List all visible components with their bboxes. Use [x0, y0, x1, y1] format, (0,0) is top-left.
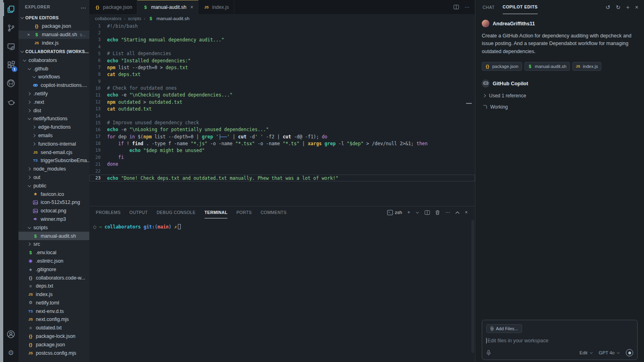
- panel-more-icon[interactable]: ⋯: [445, 210, 450, 215]
- activity-extensions-button[interactable]: 1: [3, 56, 19, 74]
- tree-item-netlify.toml[interactable]: ⚙netlify.toml: [19, 299, 89, 307]
- open-editor-manual-audit.sh[interactable]: × $manual-audit.sh s...: [19, 31, 89, 39]
- workspace-section-header[interactable]: COLLABORATORS (WORKS...: [19, 47, 89, 56]
- tree-item-.netlify[interactable]: .netlify: [19, 90, 89, 98]
- split-editor-icon[interactable]: [454, 5, 459, 9]
- copilot-tab-copilot-edits[interactable]: COPILOT EDITS: [503, 0, 538, 14]
- tree-item-edge-functions[interactable]: edge-functions: [19, 123, 89, 132]
- tree-item-.gitignore[interactable]: ◆.gitignore: [19, 265, 89, 274]
- split-terminal-icon[interactable]: [425, 210, 430, 215]
- tree-item-package.json[interactable]: {}package.json: [19, 340, 89, 349]
- chat-input-box[interactable]: Add Files... Edit files in your workspac…: [482, 320, 638, 360]
- redo-icon[interactable]: ↻: [616, 4, 621, 10]
- add-files-button[interactable]: Add Files...: [486, 324, 522, 333]
- tree-item-next.config.mjs[interactable]: JSnext.config.mjs: [19, 315, 89, 324]
- close-panel-icon[interactable]: ×: [465, 210, 468, 215]
- kill-terminal-icon[interactable]: [435, 210, 440, 215]
- file-chip-index.js[interactable]: JSindex.js: [572, 62, 601, 71]
- tree-item-.env.local[interactable]: $.env.local: [19, 249, 89, 257]
- undo-icon[interactable]: ↺: [605, 4, 610, 10]
- tab-package.json[interactable]: {}package.json: [89, 0, 137, 14]
- panel-tab-problems[interactable]: PROBLEMS: [96, 206, 121, 218]
- tree-item-octocat.png[interactable]: octocat.png: [19, 207, 89, 215]
- mode-dropdown[interactable]: Edit: [580, 350, 593, 355]
- breadcrumb-item[interactable]: manual-audit.sh: [157, 16, 190, 21]
- panel-tab-comments[interactable]: COMMENTS: [260, 206, 286, 218]
- text-cursor: [486, 338, 487, 343]
- tab-index.js[interactable]: JSindex.js: [198, 0, 234, 14]
- panel-tab-debug-console[interactable]: DEBUG CONSOLE: [157, 206, 196, 218]
- tree-item-src[interactable]: src: [19, 240, 89, 249]
- new-terminal-icon[interactable]: +: [407, 210, 410, 215]
- tree-item-index.js[interactable]: JSindex.js: [19, 290, 89, 299]
- send-button[interactable]: [626, 349, 633, 356]
- tree-item-next-env.d.ts[interactable]: TSnext-env.d.ts: [19, 307, 89, 315]
- chevron-right-icon: [27, 109, 31, 113]
- tree-item-netlify-functions[interactable]: netlify/functions: [19, 115, 89, 123]
- tree-item-scripts[interactable]: scripts: [19, 223, 89, 232]
- open-editor-index.js[interactable]: JSindex.js: [19, 39, 89, 47]
- tree-item-outdated.txt[interactable]: ≡outdated.txt: [19, 324, 89, 332]
- tree-item-.github[interactable]: .github: [19, 64, 89, 73]
- tree-item-favicon.ico[interactable]: ★favicon.ico: [19, 190, 89, 198]
- model-dropdown[interactable]: GPT 4o: [599, 350, 620, 355]
- panel-tab-ports[interactable]: PORTS: [236, 206, 252, 218]
- microphone-icon[interactable]: [486, 350, 491, 356]
- sidebar-more-icon[interactable]: ...: [81, 4, 86, 10]
- chevron-down-icon[interactable]: [415, 211, 419, 214]
- tree-item-winner.mp3[interactable]: winner.mp3: [19, 215, 89, 224]
- tree-item-.next[interactable]: .next: [19, 98, 89, 106]
- breadcrumb-item[interactable]: scripts: [128, 16, 141, 21]
- tree-item-icon-512x512.png[interactable]: icon-512x512.png: [19, 198, 89, 207]
- tree-item-out[interactable]: out: [19, 173, 89, 182]
- tree-item-collaborators.code-w...[interactable]: {}collaborators.code-w...: [19, 274, 89, 282]
- terminal-shell-picker[interactable]: >_zsh: [387, 210, 402, 215]
- tree-item-postcss.config.mjs[interactable]: JSpostcss.config.mjs: [19, 349, 89, 357]
- file-chip-package.json[interactable]: {}package.json: [482, 62, 522, 71]
- tree-item-node-modules[interactable]: node_modules: [19, 165, 89, 173]
- tree-item-.eslintrc.json[interactable]: ◉.eslintrc.json: [19, 257, 89, 265]
- maximize-panel-icon[interactable]: [455, 211, 460, 214]
- tree-item-copilot-instructions....[interactable]: copilot-instructions....: [19, 81, 89, 90]
- tree-item-send-email.cjs[interactable]: JSsend-email.cjs: [19, 148, 89, 156]
- activity-remote-explorer-button[interactable]: [3, 37, 19, 56]
- breadcrumb[interactable]: collaborators›scripts›$manual-audit.sh: [89, 14, 475, 23]
- tab-manual-audit.sh[interactable]: $manual-audit.sh ×: [137, 0, 198, 14]
- breadcrumb-item[interactable]: collaborators: [95, 16, 122, 21]
- references-toggle[interactable]: Used 1 reference: [483, 93, 638, 99]
- code-editor[interactable]: 1 #!/bin/bash 2 3 echo "Starting manual …: [89, 23, 475, 206]
- tree-item-deps.txt[interactable]: ≡deps.txt: [19, 282, 89, 290]
- activity-explorer-button[interactable]: [3, 0, 19, 19]
- activity-teapot-button[interactable]: [3, 93, 19, 111]
- new-session-icon[interactable]: +: [626, 4, 630, 10]
- close-icon[interactable]: ×: [190, 4, 193, 10]
- activity-github-button[interactable]: [3, 74, 19, 93]
- shell-file-icon: $: [32, 234, 39, 239]
- tree-item-public[interactable]: public: [19, 181, 89, 190]
- tree-item-triggerSubscribeEma...[interactable]: TStriggerSubscribeEma...: [19, 156, 89, 165]
- open-editor-package.json[interactable]: {}package.json: [19, 22, 89, 31]
- tree-item-emails[interactable]: emails: [19, 132, 89, 140]
- tree-item-package-lock.json[interactable]: {}package-lock.json: [19, 332, 89, 341]
- close-panel-icon[interactable]: ×: [635, 4, 638, 10]
- terminal[interactable]: ○ → collaborators git:(main) ✗: [89, 218, 475, 230]
- panel-tab-terminal[interactable]: TERMINAL: [204, 206, 227, 218]
- activity-source-control-button[interactable]: [3, 19, 19, 37]
- tree-item-manual-audit.sh[interactable]: $manual-audit.sh: [19, 232, 89, 240]
- tree-item-functions-internal[interactable]: functions-internal: [19, 140, 89, 148]
- code-line-5: 5 # List all dependencies: [89, 50, 475, 57]
- panel-tab-output[interactable]: OUTPUT: [130, 206, 148, 218]
- activity-account-button[interactable]: [3, 325, 19, 343]
- close-icon[interactable]: ×: [26, 32, 31, 37]
- copilot-tab-chat[interactable]: CHAT: [483, 0, 495, 14]
- file-chip-manual-audit.sh[interactable]: $manual-audit.sh: [524, 62, 570, 71]
- activity-settings-gear-button[interactable]: ⚙: [3, 343, 19, 362]
- open-editors-section-header[interactable]: OPEN EDITORS: [19, 13, 89, 22]
- terminal-scrollbar[interactable]: [471, 220, 474, 353]
- editor-more-icon[interactable]: ⋯: [464, 4, 469, 10]
- terminal-prompt: ○ → collaborators git:(main) ✗: [93, 224, 475, 230]
- tree-item-collaborators[interactable]: collaborators: [19, 56, 89, 64]
- tree-item-dist[interactable]: dist: [19, 106, 89, 115]
- tree-item-workflows[interactable]: workflows: [19, 73, 89, 81]
- js-file-icon: JS: [27, 317, 34, 321]
